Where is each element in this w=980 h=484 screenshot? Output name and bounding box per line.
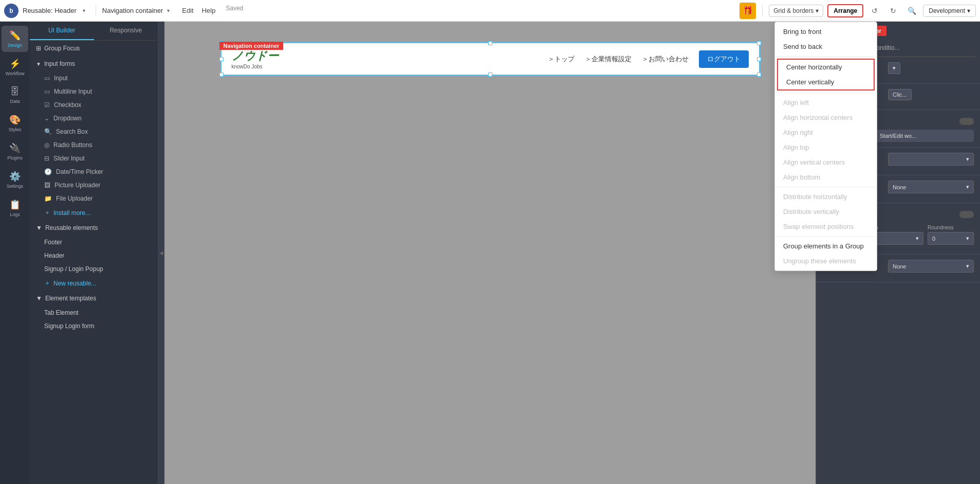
nav-link-contact[interactable]: ＞お問い合わせ <box>642 55 689 64</box>
app-name-arrow[interactable]: ▾ <box>83 8 85 13</box>
arrange-separator-2 <box>775 93 877 93</box>
search-button[interactable]: 🔍 <box>904 4 919 18</box>
redo-button[interactable]: ↻ <box>886 4 900 18</box>
radio-icon: ◎ <box>44 141 49 149</box>
canvas-area: ノウドー knowDo Jobs ＞トップ ＞企業情報設定 ＞お問い合わせ ログ… <box>164 22 816 484</box>
panel-collapse-handle[interactable]: ◀ <box>158 22 164 484</box>
sidebar-item-logs[interactable]: 📋 Logs <box>2 195 28 221</box>
sidebar-item-workflow[interactable]: ⚡ Workflow <box>2 54 28 80</box>
section-group-focus[interactable]: ⊞ Group Focus <box>30 41 158 56</box>
handle-br <box>757 73 761 77</box>
picture-icon: 🖼 <box>44 182 50 189</box>
arrange-group-in-group[interactable]: Group elements in a Group <box>775 239 877 254</box>
panel-item-search-box[interactable]: 🔍 Search Box <box>30 125 158 138</box>
panel-item-checkbox[interactable]: ☑ Checkbox <box>30 98 158 112</box>
arrange-bring-to-front[interactable]: Bring to front <box>775 24 877 39</box>
nav-logout-button[interactable]: ログアウト <box>699 50 749 68</box>
panel-item-tab-element[interactable]: Tab Element <box>30 306 158 319</box>
arrange-align-bottom: Align bottom <box>775 170 877 185</box>
sidebar-item-plugins[interactable]: 🔌 Plugins <box>2 138 28 165</box>
app-name: Reusable: Header <box>23 7 77 14</box>
panel-item-multiline-input[interactable]: ▭ Multiline Input <box>30 85 158 98</box>
plugins-icon: 🔌 <box>9 142 21 154</box>
rp-style-select[interactable]: ▾ <box>888 153 974 166</box>
rp-borders-toggle[interactable] <box>959 211 974 218</box>
edit-menu-item[interactable]: Edit <box>182 5 193 16</box>
arrange-align-right: Align right <box>775 125 877 140</box>
panel-item-signup-popup[interactable]: Signup / Login Popup <box>30 262 158 276</box>
dropdown-icon: ⌄ <box>44 115 49 122</box>
rp-type-select[interactable]: ▾ <box>888 62 900 74</box>
rp-bg-style-select[interactable]: None ▾ <box>888 181 974 193</box>
arrange-separator-1 <box>775 56 877 57</box>
panel-item-signup-login-form[interactable]: Signup Login form <box>30 319 158 333</box>
element-panel: UI Builder Responsive ⊞ Group Focus ▼ In… <box>30 22 158 484</box>
input-forms-list: ▭ Input ▭ Multiline Input ☑ Checkbox ⌄ D… <box>30 71 158 220</box>
panel-item-header[interactable]: Header <box>30 249 158 262</box>
tab-responsive[interactable]: Responsive <box>94 22 158 40</box>
nav-container-canvas[interactable]: ノウドー knowDo Jobs ＞トップ ＞企業情報設定 ＞お問い合わせ ログ… <box>220 42 760 76</box>
saved-status: Saved <box>226 5 243 16</box>
search-box-icon: 🔍 <box>44 128 52 135</box>
nav-link-top[interactable]: ＞トップ <box>548 55 575 64</box>
section-input-forms-header[interactable]: ▼ Input forms <box>30 56 158 71</box>
topbar-right: 🎁 Grid & borders ▾ Arrange ↺ ↻ 🔍 Develop… <box>739 3 976 19</box>
rp-roundness-input[interactable]: 0 ▾ <box>928 232 974 245</box>
arrange-distribute-horizontally: Distribute horizontally <box>775 189 877 204</box>
rp-datasource-select[interactable]: Clic... <box>888 89 912 100</box>
arrange-send-to-back[interactable]: Send to back <box>775 39 877 54</box>
templates-arrow: ▼ <box>36 295 42 302</box>
rp-roundness-label: Roundness <box>928 225 974 230</box>
sidebar-item-styles[interactable]: 🎨 Styles <box>2 110 28 136</box>
rp-clickable-toggle[interactable] <box>959 118 974 125</box>
input-icon: ▭ <box>44 75 50 82</box>
slider-icon: ⊟ <box>44 155 49 162</box>
arrange-button[interactable]: Arrange <box>827 4 863 17</box>
page-name-arrow[interactable]: ▾ <box>167 8 170 13</box>
icon-sidebar: ✏️ Design ⚡ Workflow 🗄 Data 🎨 Styles 🔌 P… <box>0 22 30 484</box>
app-logo[interactable]: b <box>4 4 19 18</box>
sidebar-item-design[interactable]: ✏️ Design <box>2 26 28 52</box>
group-focus-icon: ⊞ <box>36 45 41 52</box>
tab-ui-builder[interactable]: UI Builder <box>30 22 94 40</box>
arrange-align-left: Align left <box>775 95 877 110</box>
workflow-icon: ⚡ <box>9 58 21 69</box>
undo-button[interactable]: ↺ <box>867 4 882 18</box>
panel-item-file-uploader[interactable]: 📁 File Uploader <box>30 192 158 205</box>
panel-item-radio-buttons[interactable]: ◎ Radio Buttons <box>30 138 158 152</box>
handle-ml <box>219 57 224 61</box>
help-menu-item[interactable]: Help <box>202 5 216 16</box>
new-reusable-button[interactable]: ＋ New reusable... <box>30 276 158 291</box>
arrange-align-top: Align top <box>775 140 877 155</box>
panel-tabs: UI Builder Responsive <box>30 22 158 41</box>
input-forms-arrow: ▼ <box>36 61 41 67</box>
sidebar-item-data[interactable]: 🗄 Data <box>2 82 28 108</box>
panel-item-datetime-picker[interactable]: 🕐 Date/Time Picker <box>30 165 158 178</box>
nav-link-company[interactable]: ＞企業情報設定 <box>585 55 632 64</box>
canvas-gray-bg <box>175 76 805 474</box>
arrange-center-vertically[interactable]: Center vertically <box>778 75 874 89</box>
separator-2 <box>762 5 763 16</box>
development-button[interactable]: Development ▾ <box>923 5 976 17</box>
arrange-center-horizontally[interactable]: Center horizontally <box>778 60 874 75</box>
checkbox-icon: ☑ <box>44 101 50 109</box>
grid-borders-button[interactable]: Grid & borders ▾ <box>769 5 823 17</box>
section-templates-header[interactable]: ▼ Element templates <box>30 291 158 306</box>
rp-shadow-select[interactable]: None ▾ <box>888 260 974 273</box>
install-more-input[interactable]: ＋ Install more... <box>30 205 158 220</box>
canvas-nav-wrapper: ノウドー knowDo Jobs ＞トップ ＞企業情報設定 ＞お問い合わせ ログ… <box>220 42 760 76</box>
handle-bc <box>488 73 492 77</box>
multiline-icon: ▭ <box>44 88 50 95</box>
panel-item-footer[interactable]: Footer <box>30 236 158 249</box>
panel-item-picture-uploader[interactable]: 🖼 Picture Uploader <box>30 178 158 192</box>
gift-button[interactable]: 🎁 <box>739 3 756 19</box>
sidebar-item-settings[interactable]: ⚙️ Settings <box>2 167 28 193</box>
panel-item-dropdown[interactable]: ⌄ Dropdown <box>30 112 158 125</box>
reusable-arrow: ▼ <box>36 224 42 231</box>
panel-item-input[interactable]: ▭ Input <box>30 71 158 85</box>
data-icon: 🗄 <box>10 86 20 97</box>
section-reusable-header[interactable]: ▼ Reusable elements <box>30 220 158 236</box>
nav-links: ＞トップ ＞企業情報設定 ＞お問い合わせ ログアウト <box>548 50 749 68</box>
panel-item-slider-input[interactable]: ⊟ Slider Input <box>30 152 158 165</box>
handle-bl <box>219 73 224 77</box>
